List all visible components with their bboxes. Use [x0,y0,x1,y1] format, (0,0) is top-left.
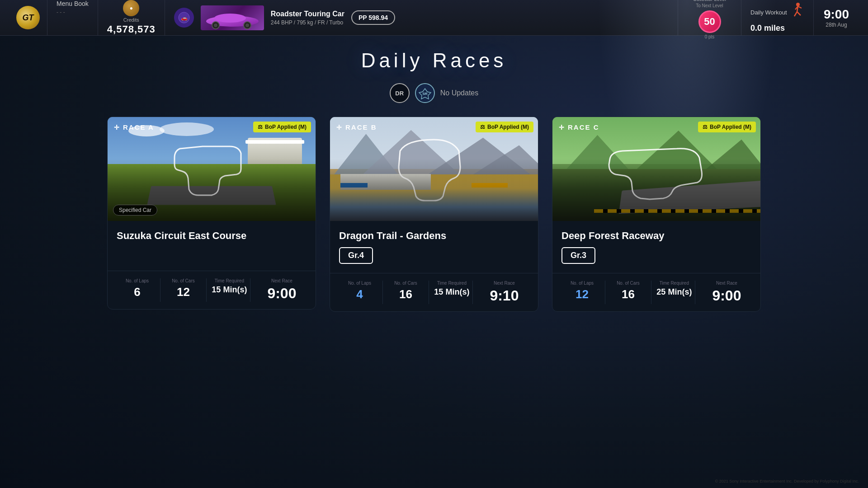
race-b-next-time: 9:10 [490,287,519,304]
race-a-laps-label: No. of Laps [126,278,149,283]
race-b-image: ✛ RACE B ⚖ BoP Applied (M) [330,117,538,221]
dr-badge: DR [390,83,410,103]
car-thumbnail [201,5,264,30]
race-b-footer: No. of Laps 4 No. of Cars 16 Time Requir… [330,273,538,311]
race-b-label: ✛ RACE B [336,123,377,131]
svg-line-13 [798,6,802,8]
race-a-laps-group: No. of Laps 6 [117,278,158,302]
svg-text:🚗: 🚗 [180,14,187,21]
car-info: Roadster Touring Car 244 BHP / 795 kg / … [271,10,344,26]
collector-pts: 0 pts [705,34,715,39]
race-c-bop: ⚖ BoP Applied (M) [698,122,756,132]
time-date: 28th Aug [826,22,847,28]
race-c-image: ✛ RACE C ⚖ BoP Applied (M) [552,117,760,221]
workout-section: Daily Workout 0.0 miles [741,0,814,35]
race-b-cars-label: No. of Cars [394,281,417,286]
time-value: 9:00 [824,7,849,22]
svg-point-8 [796,3,800,6]
race-b-body: Dragon Trail - Gardens Gr.4 [330,221,538,264]
collector-next: To Next Level [696,3,723,8]
race-b-next-label: Next Race [494,281,515,286]
race-c-class-badge: Gr.3 [561,247,595,264]
race-c-footer: No. of Laps 12 No. of Cars 16 Time Requi… [552,273,760,311]
credits-value: 4,578,573 [107,23,156,35]
race-c-laps-label: No. of Laps [571,281,594,286]
race-a-footer: No. of Laps 6 No. of Cars 12 Time Requir… [108,271,316,309]
race-b-next-group: Next Race 9:10 [472,281,529,304]
race-a-next-time: 9:00 [267,285,296,302]
sr-badge: SR [415,83,435,103]
race-a-time-label: Time Required [215,278,244,283]
workout-runner-icon [792,3,804,22]
race-c-time-group: Time Required 25 Min(s) [654,281,695,304]
page-title: Daily Races [361,49,507,72]
race-b-track-name: Dragon Trail - Gardens [339,230,529,242]
svg-line-11 [797,12,801,15]
race-card-a[interactable]: ✛ RACE A ⚖ BoP Applied (M) Specified Car… [107,117,316,310]
topbar: GT Menu Book - - - ● Credits 4,578,573 🚗 [0,0,868,36]
credits-label: Credits [123,17,139,23]
race-c-time-label: Time Required [660,281,689,286]
race-c-cars-label: No. of Cars [617,281,640,286]
pp-badge: PP 598.94 [351,10,395,25]
race-a-track-name: Suzuka Circuit East Course [117,230,307,242]
race-c-laps-group: No. of Laps 12 [561,281,603,304]
race-c-next-label: Next Race [716,281,737,286]
credits-icon: ● [123,0,139,16]
race-c-cars-group: No. of Cars 16 [608,281,649,304]
race-b-laps-label: No. of Laps [348,281,371,286]
rating-bar: DR SR No Updates [390,83,479,103]
menu-book-sub: - - - [57,9,65,15]
collector-label: Collector Level [693,0,726,2]
credits-section: ● Credits 4,578,573 [98,0,165,35]
collector-section: Collector Level To Next Level 50 0 pts [678,0,741,35]
race-a-next-group: Next Race 9:00 [250,278,307,302]
race-b-laps-value: 4 [356,287,363,301]
race-b-bop: ⚖ BoP Applied (M) [476,122,533,132]
race-c-track-name: Deep Forest Raceway [561,230,751,242]
race-a-label: ✛ RACE A [114,123,154,131]
workout-miles: 0.0 miles [750,23,785,33]
race-b-laps-group: No. of Laps 4 [339,281,380,304]
time-section: 9:00 28th Aug [814,0,859,35]
race-a-time-value: 15 Min(s) [212,285,247,295]
svg-point-6 [214,23,217,27]
race-cards: ✛ RACE A ⚖ BoP Applied (M) Specified Car… [80,117,788,312]
car-name: Roadster Touring Car [271,10,344,18]
svg-point-3 [214,14,246,23]
collector-badge: 50 [698,10,721,33]
race-c-next-time: 9:00 [712,287,741,304]
race-c-time-value: 25 Min(s) [656,287,692,297]
svg-text:SR: SR [422,92,427,96]
race-card-c[interactable]: ✛ RACE C ⚖ BoP Applied (M) Deep Forest R… [552,117,761,312]
race-a-next-label: Next Race [271,278,292,283]
race-b-time-group: Time Required 15 Min(s) [431,281,472,304]
no-updates-text: No Updates [440,89,479,97]
copyright: © 2021 Sony Interactive Entertainment In… [715,479,859,483]
race-a-bop: ⚖ BoP Applied (M) [253,122,311,132]
race-b-cars-value: 16 [399,287,412,301]
svg-line-10 [794,12,797,16]
race-a-image: ✛ RACE A ⚖ BoP Applied (M) Specified Car [108,117,316,221]
race-a-laps-value: 6 [134,285,140,299]
race-c-label: ✛ RACE C [559,123,599,131]
menu-book-title: Menu Book [57,0,89,7]
race-b-time-value: 15 Min(s) [434,287,469,297]
race-a-cars-value: 12 [177,285,190,299]
race-card-b[interactable]: ✛ RACE B ⚖ BoP Applied (M) Dragon Trail … [330,117,538,312]
menu-book-section[interactable]: Menu Book - - - [47,0,98,35]
workout-label: Daily Workout [750,9,787,16]
car-specs: 244 BHP / 795 kg / FR / Turbo [271,19,344,26]
race-b-class-badge: Gr.4 [339,247,373,264]
gt-logo: GT [16,6,40,29]
svg-point-7 [245,23,249,27]
race-c-laps-value: 12 [576,287,589,301]
main-content: Daily Races DR SR No Updates [0,36,868,488]
race-c-cars-value: 16 [622,287,635,301]
race-a-time-group: Time Required 15 Min(s) [209,278,250,302]
specified-car-badge: Specified Car [113,205,157,216]
race-b-cars-group: No. of Cars 16 [385,281,426,304]
car-section[interactable]: 🚗 [165,0,678,35]
race-a-body: Suzuka Circuit East Course [108,221,316,262]
race-c-next-group: Next Race 9:00 [695,281,751,304]
